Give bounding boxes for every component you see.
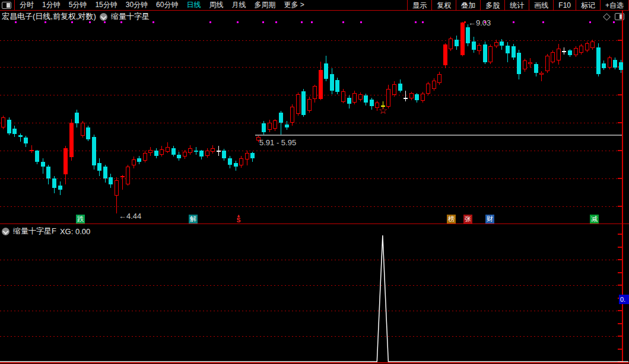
candle-down	[415, 94, 419, 100]
event-badge-张[interactable]: 张	[463, 215, 472, 223]
event-badge-解[interactable]: 解	[189, 215, 198, 223]
candle-up	[211, 148, 215, 152]
menu-item-更多 >[interactable]: 更多 >	[284, 0, 304, 10]
event-badge-跌[interactable]: 跌	[76, 215, 85, 223]
menu-item-统计[interactable]: 统计	[504, 0, 529, 11]
candle-up	[523, 60, 527, 69]
signal-dot	[104, 21, 106, 23]
price-gridline	[0, 206, 622, 207]
candle-down	[12, 129, 17, 134]
candle-wick	[31, 145, 32, 153]
candle-up	[386, 89, 390, 107]
menu-item-30分钟[interactable]: 30分钟	[126, 0, 148, 10]
menu-item-周线[interactable]: 周线	[209, 0, 223, 10]
candle-down	[370, 100, 374, 106]
candle-down	[483, 44, 487, 62]
menu-item-日线[interactable]: 日线	[186, 0, 201, 10]
candle-down	[466, 27, 470, 43]
candle-down	[517, 53, 521, 74]
candle-up	[477, 45, 481, 51]
signal-dot	[262, 21, 264, 23]
stock-title: 宏昌电子(日线,前复权,对数)	[2, 11, 96, 22]
candle-up	[239, 158, 243, 165]
candle-wick	[405, 91, 406, 101]
candle-up-solid	[460, 23, 465, 55]
indicator-gridline	[0, 336, 622, 337]
candle-down	[472, 41, 476, 50]
price-annotation: ←4.44	[119, 212, 141, 221]
menu-item-15分钟[interactable]: 15分钟	[95, 0, 117, 10]
axis-tick	[618, 272, 622, 273]
indicator-name: 缩量十字星F	[13, 226, 56, 237]
candle-up-solid	[443, 44, 447, 65]
menu-item-F10[interactable]: F10	[553, 0, 576, 11]
panel-divider[interactable]	[0, 223, 629, 224]
axis-tick	[618, 323, 622, 324]
candle-down	[154, 151, 158, 156]
candle-down	[335, 80, 339, 92]
event-badge-财[interactable]: 财	[485, 215, 494, 223]
candle-up-solid	[69, 123, 74, 157]
diamond-icon[interactable]	[603, 13, 611, 21]
candle-up	[273, 120, 277, 129]
candle-down	[262, 123, 266, 132]
candle-doji	[562, 51, 566, 52]
menu-item-画线[interactable]: 画线	[529, 0, 553, 11]
candle-up	[313, 86, 317, 99]
bottom-border	[0, 362, 629, 363]
menu-item-叠加[interactable]: 叠加	[456, 0, 480, 11]
menu-item-复权[interactable]: 复权	[431, 0, 456, 11]
signal-dot	[311, 21, 313, 23]
signal-dot	[513, 21, 514, 23]
candle-down	[602, 63, 606, 68]
signal-dot	[209, 21, 211, 23]
period-menu: 分时1分钟5分钟15分钟30分钟60分钟日线周线月线多周期更多 >	[15, 0, 304, 10]
star-marker: ☆	[379, 106, 387, 116]
candle-up	[115, 180, 119, 196]
candle-down	[324, 63, 328, 79]
candle-down	[506, 46, 510, 53]
price-gridline	[0, 178, 622, 179]
layout-toggle-icon[interactable]	[2, 2, 11, 9]
candle-down	[512, 46, 516, 58]
candle-up	[120, 176, 125, 177]
menu-item-分时[interactable]: 分时	[20, 0, 34, 10]
menu-item-月线[interactable]: 月线	[231, 0, 246, 10]
axis-tick	[618, 259, 622, 260]
candle-down	[46, 167, 50, 178]
event-badge-榜[interactable]: 榜	[447, 215, 456, 223]
candle-up	[409, 93, 414, 98]
menu-item-+自选[interactable]: +自选	[600, 0, 629, 11]
candle-down	[222, 151, 226, 158]
signal-dot	[237, 21, 239, 23]
menu-item-标记[interactable]: 标记	[576, 0, 600, 11]
signal-dot	[153, 21, 154, 23]
candle-up	[449, 39, 453, 49]
axis-tick	[618, 178, 622, 179]
chevron-down-circle-icon[interactable]	[100, 13, 107, 21]
menu-item-60分钟[interactable]: 60分钟	[156, 0, 178, 10]
candle-down	[41, 162, 45, 167]
candle-up	[143, 153, 147, 161]
candle-down	[7, 120, 11, 133]
candle-down	[568, 50, 572, 55]
candle-down	[109, 177, 113, 184]
signal-dot	[415, 21, 417, 23]
menu-item-1分钟[interactable]: 1分钟	[42, 0, 61, 10]
candle-up	[160, 149, 164, 155]
menu-item-5分钟[interactable]: 5分钟	[69, 0, 87, 10]
signal-dot	[301, 21, 303, 23]
chevron-down-circle-icon[interactable]	[2, 228, 9, 235]
price-gridline	[0, 95, 622, 95]
candle-up	[539, 73, 544, 75]
event-badge-减[interactable]: 减	[590, 215, 599, 223]
menu-item-显示[interactable]: 显示	[407, 0, 431, 11]
axis-tick	[618, 247, 622, 248]
candle-down	[250, 153, 255, 158]
menu-item-多股[interactable]: 多股	[480, 0, 504, 11]
signal-dot	[542, 21, 544, 23]
candle-down	[171, 148, 176, 155]
signal-dot	[613, 21, 615, 23]
menu-item-多周期[interactable]: 多周期	[254, 0, 275, 10]
candle-down	[364, 95, 368, 103]
